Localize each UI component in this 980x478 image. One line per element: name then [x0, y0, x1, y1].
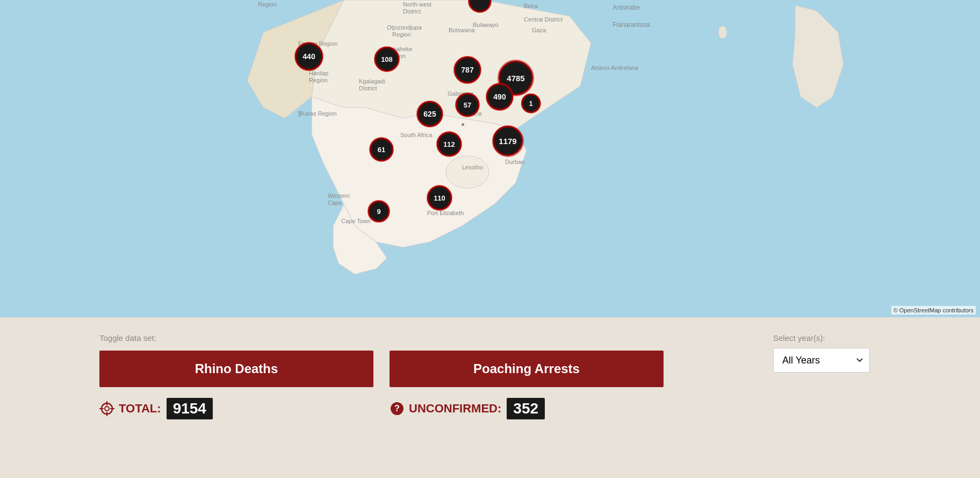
svg-text:Beira: Beira: [524, 3, 538, 9]
svg-text:Hardap: Hardap: [309, 70, 328, 76]
cluster-440[interactable]: 440: [295, 42, 323, 70]
svg-point-2: [446, 156, 489, 188]
crosshair-icon: [99, 401, 114, 416]
svg-point-1: [718, 26, 727, 39]
total-stat-row: TOTAL: 9154: [99, 398, 373, 419]
svg-text:Lesotho: Lesotho: [462, 164, 483, 170]
cluster-1[interactable]: 1: [521, 94, 541, 113]
svg-text:Antsirabe: Antsirabe: [612, 4, 640, 11]
svg-text:Western: Western: [328, 192, 350, 199]
unconfirmed-label: ? UNCONFIRMED:: [390, 401, 501, 416]
cluster-9[interactable]: 9: [368, 201, 390, 222]
svg-text:Central District: Central District: [524, 16, 563, 23]
svg-text:North-west: North-west: [403, 1, 431, 8]
svg-text:Gaza: Gaza: [532, 27, 546, 33]
poaching-arrests-button[interactable]: Poaching Arrests: [390, 351, 664, 387]
cluster-490[interactable]: 490: [486, 83, 513, 110]
svg-text:Port Elizabeth: Port Elizabeth: [427, 210, 464, 216]
svg-text:?: ?: [394, 404, 400, 413]
cluster-625[interactable]: 625: [417, 101, 443, 127]
year-select-label: Select year(s):: [773, 333, 881, 343]
question-icon: ?: [390, 401, 405, 416]
total-label: TOTAL:: [99, 401, 161, 416]
total-value: 9154: [167, 398, 213, 419]
svg-text:Bulawayo: Bulawayo: [473, 22, 499, 28]
cluster-61[interactable]: 61: [370, 138, 393, 161]
unconfirmed-value: 352: [507, 398, 545, 419]
svg-point-36: [105, 406, 109, 411]
svg-text:Region: Region: [258, 1, 277, 8]
svg-text:Otjozondjupa: Otjozondjupa: [387, 24, 422, 31]
cluster-787[interactable]: 787: [454, 56, 481, 83]
year-select[interactable]: All Years 2010 2011 2012 2013 2014 2015 …: [773, 348, 870, 373]
total-text: TOTAL:: [119, 402, 161, 416]
svg-text:Region: Region: [309, 77, 328, 83]
cluster-57[interactable]: 57: [456, 93, 479, 117]
svg-text:Durban: Durban: [505, 159, 524, 165]
cluster-1179[interactable]: 1179: [493, 126, 523, 156]
cluster-108[interactable]: 108: [374, 47, 399, 72]
toggle-label-spacer: [390, 333, 664, 343]
unconfirmed-stat-row: ? UNCONFIRMED: 352: [390, 398, 664, 419]
svg-text:District: District: [359, 85, 377, 91]
svg-text:South Africa: South Africa: [400, 132, 433, 138]
unconfirmed-text: UNCONFIRMED:: [409, 402, 501, 416]
svg-text:Atsimo-Andrefana: Atsimo-Andrefana: [591, 65, 639, 71]
svg-text:District: District: [403, 8, 421, 15]
left-section: Toggle data set: Rhino Deaths TOTAL: 915…: [99, 333, 373, 419]
svg-text:●: ●: [461, 120, 465, 128]
cluster-110[interactable]: 110: [427, 186, 452, 210]
map-container[interactable]: Otjozondjupa Region Erongo Region Hardap…: [0, 0, 980, 317]
year-section: Select year(s): All Years 2010 2011 2012…: [773, 333, 881, 373]
svg-text:ǁKaras Region: ǁKaras Region: [298, 110, 337, 117]
svg-text:Botswana: Botswana: [449, 27, 475, 33]
rhino-deaths-button[interactable]: Rhino Deaths: [99, 351, 373, 387]
map-attribution: © OpenStreetMap contributors: [891, 306, 976, 315]
right-section: Poaching Arrests ? UNCONFIRMED: 352: [390, 333, 664, 419]
toggle-label: Toggle data set:: [99, 333, 373, 343]
svg-text:Region: Region: [392, 31, 411, 38]
cluster-112[interactable]: 112: [437, 132, 462, 156]
bottom-panel: Toggle data set: Rhino Deaths TOTAL: 915…: [0, 317, 980, 478]
svg-text:Kgalagadi: Kgalagadi: [359, 78, 385, 84]
svg-text:Cape Town: Cape Town: [341, 218, 371, 224]
svg-text:Cape: Cape: [328, 199, 342, 206]
svg-text:Fianarantsoa: Fianarantsoa: [612, 21, 650, 28]
